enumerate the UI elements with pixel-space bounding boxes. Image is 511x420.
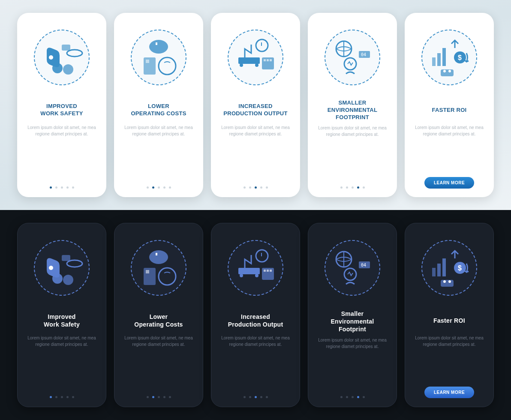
learn-more-button[interactable]: LEARN MORE [424,387,474,398]
screen-title: LOWEROPERATING COSTS [131,99,186,121]
screen-costs[interactable]: LOWEROPERATING COSTS Lorem ipsum dolor s… [114,13,203,197]
safety-icon [38,36,85,79]
screen-title: LowerOperating Costs [134,310,183,331]
screen-safety[interactable]: ImprovedWork Safety Lorem ipsum dolor si… [17,223,106,407]
production-icon [232,246,279,289]
page-dots[interactable] [243,186,268,189]
page-dots[interactable] [243,396,268,398]
illustration [124,234,193,302]
illustration [318,23,387,92]
screen-safety[interactable]: IMPROVEDWORK SAFETY Lorem ipsum dolor si… [17,13,106,197]
onboarding-light-row: IMPROVEDWORK SAFETY Lorem ipsum dolor si… [0,0,511,210]
screen-body: Lorem ipsum dolor sit amet, ne mea regio… [217,335,294,359]
screen-title: ImprovedWork Safety [44,310,80,331]
illustration [27,234,96,302]
screen-roi[interactable]: FASTER ROI Lorem ipsum dolor sit amet, n… [405,13,494,197]
screen-body: Lorem ipsum dolor sit amet, ne mea regio… [217,124,294,148]
illustration [27,23,96,92]
environment-icon [329,36,376,79]
screen-title: INCREASEDPRODUCTION OUTPUT [223,99,288,121]
screen-title: IncreasedProduction Output [228,310,283,331]
roi-icon [426,246,473,289]
costs-icon [135,246,182,289]
illustration [221,234,290,302]
screen-title: SmallerEnvironmentalFootprint [331,310,374,333]
screen-title: IMPROVEDWORK SAFETY [40,99,83,121]
screen-production[interactable]: INCREASEDPRODUCTION OUTPUT Lorem ipsum d… [211,13,300,197]
safety-icon [38,246,85,289]
screen-title: Faster ROI [433,310,465,331]
screen-title: FASTER ROI [432,99,466,121]
screen-body: Lorem ipsum dolor sit amet, ne mea regio… [120,335,197,359]
roi-icon [426,36,473,79]
production-icon [232,36,279,79]
screen-production[interactable]: IncreasedProduction Output Lorem ipsum d… [211,223,300,407]
screen-body: Lorem ipsum dolor sit amet, ne mea regio… [411,124,488,148]
illustration [415,23,484,92]
page-dots[interactable] [147,186,171,189]
environment-icon [329,246,376,289]
screen-body: Lorem ipsum dolor sit amet, ne mea regio… [314,337,391,361]
page-dots[interactable] [340,186,365,189]
onboarding-dark-row: ImprovedWork Safety Lorem ipsum dolor si… [0,210,511,420]
page-dots[interactable] [50,186,74,189]
learn-more-button[interactable]: LEARN MORE [424,177,474,189]
screen-environment[interactable]: SMALLERENVIRONMENTALFOOTPRINT Lorem ipsu… [308,13,397,197]
page-dots[interactable] [340,396,365,398]
costs-icon [135,36,182,79]
screen-body: Lorem ipsum dolor sit amet, ne mea regio… [23,124,100,148]
screen-body: Lorem ipsum dolor sit amet, ne mea regio… [120,124,197,148]
screen-body: Lorem ipsum dolor sit amet, ne mea regio… [314,125,391,149]
screen-body: Lorem ipsum dolor sit amet, ne mea regio… [411,335,487,359]
screen-title: SMALLERENVIRONMENTALFOOTPRINT [328,99,377,121]
screen-costs[interactable]: LowerOperating Costs Lorem ipsum dolor s… [114,223,203,407]
illustration [221,23,290,92]
screen-environment[interactable]: SmallerEnvironmentalFootprint Lorem ipsu… [308,223,397,407]
illustration [124,23,193,92]
illustration [415,234,484,302]
screen-roi[interactable]: Faster ROI Lorem ipsum dolor sit amet, n… [405,223,494,407]
screen-body: Lorem ipsum dolor sit amet, ne mea regio… [24,335,100,359]
page-dots[interactable] [50,396,74,398]
illustration [318,234,387,302]
page-dots[interactable] [147,396,171,398]
